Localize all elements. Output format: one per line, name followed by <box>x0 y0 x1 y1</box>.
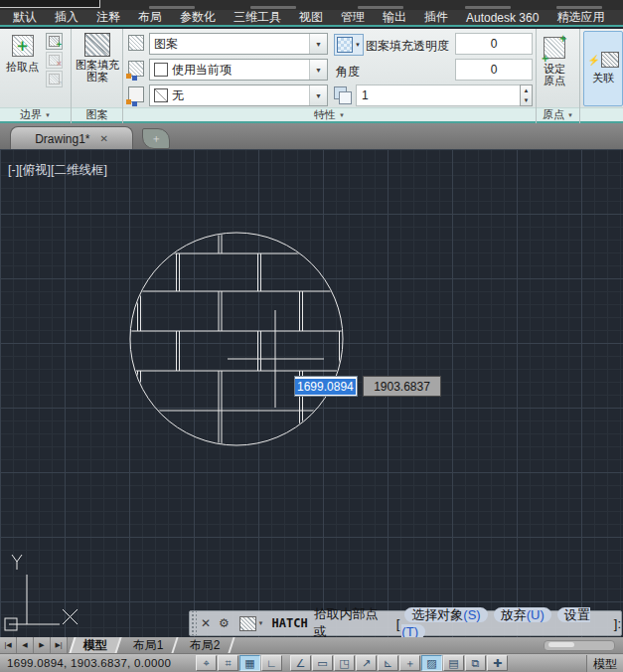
pick-points-button[interactable]: ＋ 拾取点 <box>6 35 39 73</box>
layout-nav-1[interactable]: |◀ <box>0 637 17 653</box>
object-snap-icon[interactable]: ▭ <box>312 655 333 671</box>
customize-wrench-icon[interactable]: ⚙ <box>219 616 230 630</box>
hatch-type-combobox[interactable]: 图案 ▼ <box>149 33 328 55</box>
ribbon-tab-5[interactable]: 参数化 <box>171 9 225 26</box>
ribbon-tab-4[interactable]: 布局 <box>129 9 171 26</box>
associative-button[interactable]: ⚡ 关联 <box>583 31 623 106</box>
hatch-pattern-button[interactable]: 图案填充 图案 <box>74 33 121 83</box>
active-command: HATCH <box>272 616 308 630</box>
panel-label-boundaries[interactable]: 边界▼ <box>0 107 71 123</box>
panel-options: ⚡ 关联 <box>580 29 623 123</box>
layout-tab-模型[interactable]: 模型 <box>69 637 121 653</box>
combo-arrow-icon[interactable]: ▼ <box>309 85 327 105</box>
command-flyout-arrow-icon[interactable]: ▼ <box>258 620 264 626</box>
lightning-icon: ⚡ <box>587 55 599 66</box>
model-space-button[interactable]: 模型 <box>586 655 623 672</box>
autocad-window: 默认插入注释布局参数化三维工具视图管理输出插件Autodesk 360精选应用 … <box>0 0 623 672</box>
3d-object-snap-icon[interactable]: ◳ <box>334 655 355 671</box>
hatch-scale-field[interactable]: 1 <box>356 84 521 106</box>
window-remnant <box>0 0 100 8</box>
dynamic-input-icon[interactable]: ＋ <box>399 655 420 671</box>
ribbon-tab-2[interactable]: 插入 <box>46 9 87 26</box>
background-color-combobox[interactable]: 无 ▼ <box>149 84 328 106</box>
layout-nav-2[interactable]: ◀ <box>17 637 34 653</box>
transparency-swatch-icon <box>337 37 353 53</box>
angle-label: 角度 <box>336 64 360 81</box>
flyout-arrow-icon: ▼ <box>339 112 345 118</box>
scale-spinner[interactable]: ▲ ▼ <box>520 84 533 106</box>
scrollbar-thumb[interactable] <box>548 642 574 647</box>
layout-nav-4[interactable]: ▶| <box>51 637 68 653</box>
combo-arrow-icon[interactable]: ▼ <box>309 60 327 80</box>
angle-value-field[interactable]: 0 <box>455 59 533 81</box>
ribbon-tab-11[interactable]: Autodesk 360 <box>457 11 547 25</box>
command-options: 选择对象(S)放弃(U)设置(T) <box>401 606 613 637</box>
transparency-value-field[interactable]: 0 <box>455 33 533 55</box>
drawing-canvas[interactable]: [-][俯视][二维线框] 1699.0894 1903.6837 ✕ ⚙ ▼ … <box>0 149 623 637</box>
document-tab-title: Drawing1* <box>35 132 89 146</box>
spinner-down-icon[interactable]: ▼ <box>524 97 530 103</box>
hatch-color-combobox[interactable]: 使用当前项 ▼ <box>149 59 328 81</box>
ribbon-tab-12[interactable]: 精选应用 <box>547 9 613 26</box>
annotation-monitor-icon[interactable]: ✚ <box>487 655 508 671</box>
hatch-scale-icon <box>334 86 350 102</box>
object-snap-tracking-icon[interactable]: ↗ <box>356 655 377 671</box>
ribbon-tab-10[interactable]: 插件 <box>415 9 457 26</box>
horizontal-scrollbar[interactable] <box>544 640 615 651</box>
none-swatch <box>154 88 168 102</box>
flyout-arrow-icon: ▼ <box>45 112 51 118</box>
quick-properties-icon[interactable]: ▤ <box>443 655 464 671</box>
layout-nav-buttons: |◀◀▶▶| <box>0 637 68 653</box>
panel-boundaries: ＋ 拾取点 + × ▫ 边界▼ <box>0 29 72 123</box>
ribbon-tab-6[interactable]: 三维工具 <box>225 9 290 26</box>
ribbon-tab-1[interactable]: 默认 <box>4 9 46 26</box>
layout-tab-布局1[interactable]: 布局1 <box>120 637 178 653</box>
close-command-icon[interactable]: ✕ <box>201 616 211 630</box>
snap-mode-icon[interactable]: ⌗ <box>218 655 238 671</box>
recreate-boundary-button[interactable]: ▫ <box>46 71 63 87</box>
panel-properties: 图案 ▼ 使用当前项 ▼ 无 ▼ ▼ 图案填充透明度 <box>123 29 537 123</box>
transparency-icon[interactable]: ▨ <box>421 655 442 671</box>
layout-tab-布局2[interactable]: 布局2 <box>177 637 234 653</box>
command-line-grip[interactable] <box>190 611 197 635</box>
combo-arrow-icon[interactable]: ▼ <box>309 34 327 54</box>
dynamic-input-x-field[interactable]: 1699.0894 <box>294 376 358 397</box>
transparency-swatch-button[interactable]: ▼ <box>334 34 364 56</box>
spinner-up-icon[interactable]: ▲ <box>524 87 530 93</box>
new-drawing-tab-button[interactable]: ＋ <box>142 128 170 149</box>
ribbon-tab-3[interactable]: 注释 <box>87 9 129 26</box>
layout-nav-3[interactable]: ▶ <box>34 637 51 653</box>
hatch-command-icon[interactable] <box>239 616 256 631</box>
panel-origin: ＋＋ 设定 原点 原点▼ <box>537 29 580 123</box>
ribbon-tab-9[interactable]: 输出 <box>374 9 415 26</box>
command-option-S[interactable]: 选择对象(S) <box>404 607 487 622</box>
associative-icon <box>601 52 619 68</box>
polar-tracking-icon[interactable]: ∠ <box>290 655 311 671</box>
ribbon-tab-7[interactable]: 视图 <box>290 9 332 26</box>
remove-boundary-objects-button[interactable]: × <box>46 52 63 69</box>
dynamic-ucs-icon[interactable]: ⊾ <box>378 655 398 671</box>
panel-pattern: 图案填充 图案 图案 <box>72 29 123 123</box>
document-tab[interactable]: Drawing1* ✕ <box>10 126 133 150</box>
set-origin-button[interactable]: ＋＋ 设定 原点 <box>544 37 565 86</box>
panel-label-properties[interactable]: 特性▼ <box>123 107 536 123</box>
ortho-mode-icon[interactable]: ∟ <box>261 655 282 671</box>
color-swatch <box>154 63 168 77</box>
infer-constraints-icon[interactable]: ⌖ <box>196 655 217 671</box>
ribbon-tab-8[interactable]: 管理 <box>332 9 374 26</box>
layout-tab-bar: |◀◀▶▶| 模型布局1布局2 <box>0 637 623 653</box>
status-bar: 1699.0894, 1903.6837, 0.0000 ⌖⌗▦∟∠▭◳↗⊾＋▨… <box>0 653 623 672</box>
panel-label-pattern[interactable]: 图案 <box>72 107 122 123</box>
dynamic-input-y-field[interactable]: 1903.6837 <box>363 376 441 397</box>
transparency-label: 图案填充透明度 <box>366 38 449 55</box>
select-boundary-objects-button[interactable]: + <box>46 33 63 50</box>
command-option-U[interactable]: 放弃(U) <box>494 607 551 622</box>
command-line[interactable]: ✕ ⚙ ▼ HATCH 拾取内部点或 [ 选择对象(S)放弃(U)设置(T) ]… <box>189 610 622 636</box>
close-tab-icon[interactable]: ✕ <box>99 133 107 144</box>
grid-display-icon[interactable]: ▦ <box>239 655 260 671</box>
selection-cycling-icon[interactable]: ⧉ <box>465 655 486 671</box>
flyout-arrow-icon: ▼ <box>567 112 573 118</box>
document-tab-bar: Drawing1* ✕ ＋ <box>0 123 623 149</box>
hatch-pattern-icon <box>84 33 110 57</box>
panel-label-origin[interactable]: 原点▼ <box>537 107 579 123</box>
